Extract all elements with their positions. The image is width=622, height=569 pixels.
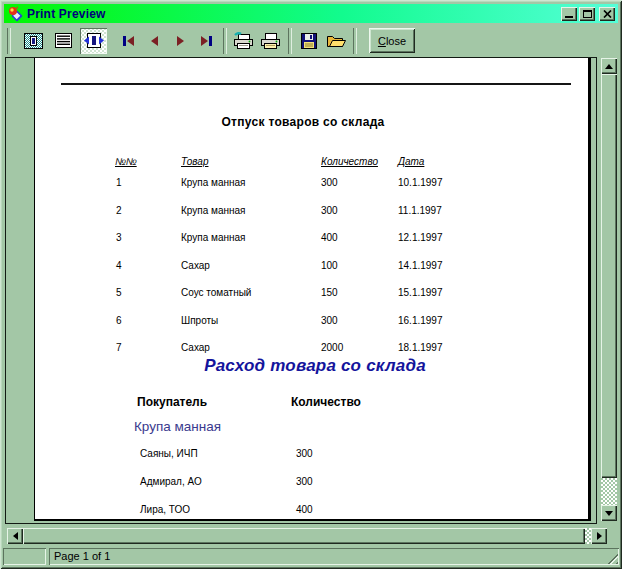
whole-page-icon [24, 33, 43, 49]
row-qty: 300 [321, 205, 338, 216]
arrow-left-icon [13, 532, 18, 540]
horizontal-scrollbar-thumb[interactable] [23, 528, 585, 544]
row-buyer: Адмирал, АО [140, 476, 202, 487]
scroll-left-button[interactable] [7, 528, 23, 544]
row-product: Крупа манная [181, 177, 246, 188]
report1-col-qty: Количество [321, 156, 378, 167]
report-flame-icon [7, 6, 23, 22]
view-whole-page-button[interactable] [20, 28, 47, 54]
table-row: Адмирал, АО 300 [35, 476, 588, 504]
maximize-button[interactable] [579, 7, 595, 21]
report1-col-date: Дата [398, 156, 424, 167]
row-date: 11.1.1997 [398, 205, 442, 216]
row-product: Крупа манная [181, 232, 246, 243]
next-page-icon [177, 36, 184, 46]
save-report-button[interactable] [295, 28, 322, 54]
row-date: 15.1.1997 [398, 287, 443, 298]
save-icon [301, 33, 317, 49]
scroll-up-button[interactable] [601, 58, 617, 74]
table-row: 6 Шпроты 300 16.1.1997 [35, 315, 588, 343]
row-product: Шпроты [181, 315, 218, 326]
report1-rows: 1 Крупа манная 300 10.1.1997 2 Крупа ман… [35, 177, 588, 370]
row-product: Соус томатный [181, 287, 251, 298]
horizontal-scrollbar[interactable] [7, 528, 607, 544]
arrow-down-icon [605, 511, 613, 516]
print-button[interactable] [257, 28, 284, 54]
row-date: 12.1.1997 [398, 232, 443, 243]
report1-col-num: №№ [115, 156, 137, 167]
report2-col-buyer: Покупатель [137, 395, 207, 409]
row-qty: 300 [321, 315, 338, 326]
vertical-scrollbar-thumb[interactable] [601, 74, 617, 478]
caption-buttons [561, 7, 615, 21]
toolbar-separator [353, 28, 357, 54]
row-date: 16.1.1997 [398, 315, 443, 326]
page-lines-icon [55, 33, 72, 48]
row-num: 1 [116, 177, 122, 188]
first-page-icon [123, 36, 126, 46]
report2-rows: Саяны, ИЧП 300 Адмирал, АО 300 Лира, ТОО… [35, 448, 588, 532]
statusbar: Page 1 of 1 [3, 548, 619, 565]
previous-page-button[interactable] [143, 30, 165, 52]
row-date: 14.1.1997 [398, 260, 443, 271]
row-buyer: Лира, ТОО [140, 504, 190, 515]
table-row: 2 Крупа манная 300 11.1.1997 [35, 205, 588, 233]
toolbar: Close [4, 25, 618, 56]
table-row: 3 Крупа манная 400 12.1.1997 [35, 232, 588, 260]
row-num: 7 [116, 342, 122, 353]
next-page-button[interactable] [169, 30, 191, 52]
arrow-up-icon [605, 64, 613, 69]
row-qty: 300 [296, 476, 313, 487]
row-product: Крупа манная [181, 205, 246, 216]
maximize-icon [583, 10, 592, 18]
row-qty: 150 [321, 287, 338, 298]
vertical-scrollbar[interactable] [601, 58, 617, 521]
table-row: 4 Сахар 100 14.1.1997 [35, 260, 588, 288]
toolbar-separator [7, 28, 11, 54]
preview-area[interactable]: Отпуск товаров со склада №№ Товар Количе… [5, 57, 597, 524]
scroll-right-button[interactable] [591, 528, 607, 544]
toolbar-separator [288, 28, 292, 54]
toolbar-separator [223, 28, 227, 54]
row-qty: 300 [296, 448, 313, 459]
report2-col-qty: Количество [291, 395, 361, 409]
row-date: 18.1.1997 [398, 342, 443, 353]
row-qty: 300 [321, 177, 338, 188]
report-page: Отпуск товаров со склада №№ Товар Количе… [34, 58, 591, 521]
report1-title: Отпуск товаров со склада [35, 115, 571, 129]
row-buyer: Саяны, ИЧП [140, 448, 198, 459]
minimize-icon [565, 16, 573, 18]
report1-col-product: Товар [181, 156, 208, 167]
row-qty: 400 [296, 504, 313, 515]
arrow-right-icon [597, 532, 602, 540]
statusbar-panel-page: Page 1 of 1 [49, 548, 619, 565]
scroll-down-button[interactable] [601, 505, 617, 521]
close-window-button[interactable] [599, 7, 615, 21]
print-preview-window: Print Preview [0, 0, 622, 569]
row-num: 2 [116, 205, 122, 216]
open-folder-icon [326, 33, 346, 48]
first-page-button[interactable] [117, 30, 139, 52]
row-qty: 100 [321, 260, 338, 271]
load-report-button[interactable] [322, 28, 349, 54]
view-page-width-button[interactable] [50, 28, 77, 54]
row-qty: 400 [321, 232, 338, 243]
close-button-label: Close [369, 35, 415, 47]
row-num: 5 [116, 287, 122, 298]
last-page-button[interactable] [195, 30, 217, 52]
row-num: 3 [116, 232, 122, 243]
print-setup-icon [232, 32, 255, 50]
prev-page-icon [151, 36, 158, 46]
row-product: Сахар [181, 342, 210, 353]
titlebar[interactable]: Print Preview [4, 4, 618, 23]
print-icon [259, 32, 282, 50]
window-title: Print Preview [27, 7, 561, 21]
printer-setup-button[interactable] [230, 28, 257, 54]
row-qty: 2000 [321, 342, 343, 353]
row-num: 4 [116, 260, 122, 271]
report2-group-header: Крупа манная [134, 419, 221, 434]
last-page-icon [201, 36, 208, 46]
view-fit-width-button[interactable] [80, 28, 107, 54]
minimize-button[interactable] [561, 7, 577, 21]
close-preview-button[interactable]: Close [369, 28, 415, 53]
